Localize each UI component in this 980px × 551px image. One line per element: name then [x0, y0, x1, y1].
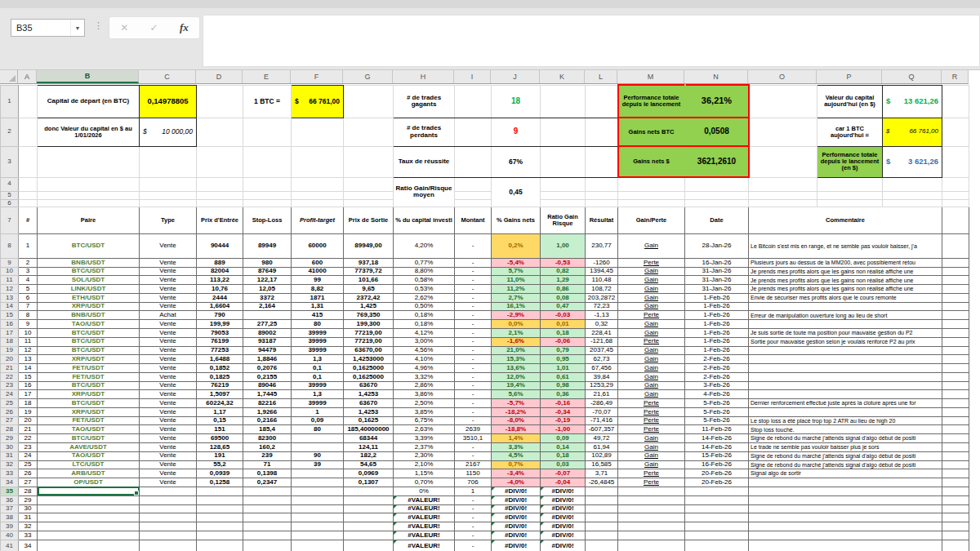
row-header-41[interactable]: 41: [1, 540, 19, 551]
cell[interactable]: [942, 199, 969, 207]
cell-gains-pct[interactable]: 16,1%: [492, 302, 541, 311]
cell-ratio[interactable]: -0,03: [541, 311, 586, 320]
cell[interactable]: 8,82: [292, 285, 344, 294]
cell[interactable]: [942, 355, 969, 364]
cell[interactable]: Gain: [618, 293, 685, 302]
cell[interactable]: 89046: [243, 381, 292, 390]
cancel-icon[interactable]: ✕: [120, 22, 128, 33]
cell-ratio[interactable]: -0,16: [541, 399, 586, 408]
cell[interactable]: 89949: [243, 233, 292, 258]
cell[interactable]: 790: [197, 311, 243, 320]
cell[interactable]: [455, 118, 492, 146]
cell[interactable]: 31-Jan-26: [685, 276, 749, 285]
cell-comment[interactable]: [749, 390, 942, 399]
cell[interactable]: -121,68: [586, 337, 618, 346]
cell[interactable]: [344, 85, 394, 118]
cell[interactable]: Vente: [140, 320, 197, 329]
cell[interactable]: [292, 540, 344, 551]
cell[interactable]: [618, 191, 685, 199]
cell[interactable]: 20-Feb-26: [685, 469, 749, 478]
cell-comment[interactable]: Le stop loss a été placé trop top 2 ATR …: [749, 416, 942, 425]
insert-function-icon[interactable]: fx: [180, 21, 189, 34]
cell[interactable]: [140, 522, 197, 531]
cell[interactable]: Vente: [140, 267, 197, 276]
cell[interactable]: [140, 540, 197, 551]
cell-comment[interactable]: Signe de rebond du marché j'attends sign…: [749, 434, 942, 443]
row-header-31[interactable]: 31: [1, 451, 19, 460]
cell[interactable]: [942, 207, 969, 233]
cell[interactable]: Gain: [618, 451, 685, 460]
cell[interactable]: [942, 442, 969, 451]
cell[interactable]: [19, 85, 38, 118]
cell[interactable]: [197, 85, 243, 118]
cell[interactable]: Gain: [618, 233, 685, 258]
cell[interactable]: Gains nets BTC: [618, 118, 685, 146]
cell[interactable]: -: [455, 346, 492, 355]
cell-comment[interactable]: Je prends mes profits alors que les gain…: [749, 285, 942, 294]
cell[interactable]: [749, 199, 817, 207]
cell[interactable]: 89002: [243, 329, 292, 338]
cell[interactable]: 0,1398: [243, 469, 292, 478]
cell[interactable]: 1: [19, 233, 38, 258]
cell[interactable]: Gain: [618, 276, 685, 285]
cell-pair[interactable]: BTC/USDT: [38, 434, 140, 443]
column-header-A[interactable]: A: [18, 70, 37, 83]
cell-gains-pct[interactable]: 5,6%: [492, 390, 541, 399]
cell[interactable]: Performance totale depuis le lancement: [618, 85, 685, 118]
cell[interactable]: 2,86%: [394, 381, 455, 390]
cell[interactable]: 706: [455, 478, 492, 487]
cell[interactable]: Gain: [618, 267, 685, 276]
cell[interactable]: 11: [19, 337, 38, 346]
cell[interactable]: [541, 118, 586, 146]
cell[interactable]: 0,0508: [685, 118, 749, 146]
cell[interactable]: 1871: [292, 293, 344, 302]
cell[interactable]: [685, 513, 749, 522]
row-header-28[interactable]: 28: [1, 425, 19, 434]
cell-ratio[interactable]: 0,98: [541, 381, 586, 390]
cell[interactable]: Gain: [618, 346, 685, 355]
cell[interactable]: 20: [19, 416, 38, 425]
cell[interactable]: [749, 540, 942, 551]
cell[interactable]: 82300: [243, 434, 292, 443]
cell[interactable]: 8,80%: [394, 267, 455, 276]
cell[interactable]: [344, 531, 394, 540]
cell[interactable]: Gain: [618, 381, 685, 390]
cell[interactable]: Vente: [140, 451, 197, 460]
cell[interactable]: 60000: [292, 233, 344, 258]
cell-comment[interactable]: Dernier renforcement effectué juste aprè…: [749, 399, 942, 408]
cell[interactable]: Perte: [618, 399, 685, 408]
cell[interactable]: 0,32: [586, 320, 618, 329]
cell[interactable]: 1-Feb-26: [685, 293, 749, 302]
row-header-3[interactable]: 3: [1, 146, 19, 177]
cell-pct-capital[interactable]: 0%: [394, 487, 455, 495]
cell-comment[interactable]: Sortie pour mauvaise gestion selon je vo…: [749, 337, 942, 346]
cell[interactable]: 25: [19, 460, 38, 469]
cell[interactable]: -1260: [586, 258, 618, 267]
cell[interactable]: 39999: [292, 346, 344, 355]
cell[interactable]: Gain: [618, 434, 685, 443]
cell-error[interactable]: #DIV/0!: [541, 540, 586, 551]
cell[interactable]: 0,2155: [243, 372, 292, 381]
cell[interactable]: [292, 199, 344, 207]
cell-pair[interactable]: XRP/USDT: [38, 390, 140, 399]
row-header-24[interactable]: 24: [1, 390, 19, 399]
cell[interactable]: [618, 540, 685, 551]
cell[interactable]: [685, 199, 749, 207]
cell[interactable]: 0,2347: [243, 478, 292, 487]
cell-pair[interactable]: TAO/USDT: [38, 425, 140, 434]
cell[interactable]: [292, 118, 344, 146]
cell[interactable]: 1: [455, 487, 492, 495]
row-header-9[interactable]: 9: [1, 258, 19, 267]
cell[interactable]: [38, 504, 140, 513]
cell[interactable]: -: [455, 495, 492, 504]
row-header-6[interactable]: 6: [1, 199, 19, 207]
cell-gains-pct[interactable]: 19,4%: [492, 381, 541, 390]
row-header-7[interactable]: 7: [1, 207, 19, 233]
cell[interactable]: 937,18: [344, 258, 394, 267]
cell[interactable]: 0,0969: [344, 469, 394, 478]
cell[interactable]: [942, 495, 969, 504]
cell[interactable]: [541, 191, 586, 199]
cell[interactable]: [942, 276, 969, 285]
cell[interactable]: 228,41: [586, 329, 618, 338]
cell[interactable]: [19, 118, 38, 146]
